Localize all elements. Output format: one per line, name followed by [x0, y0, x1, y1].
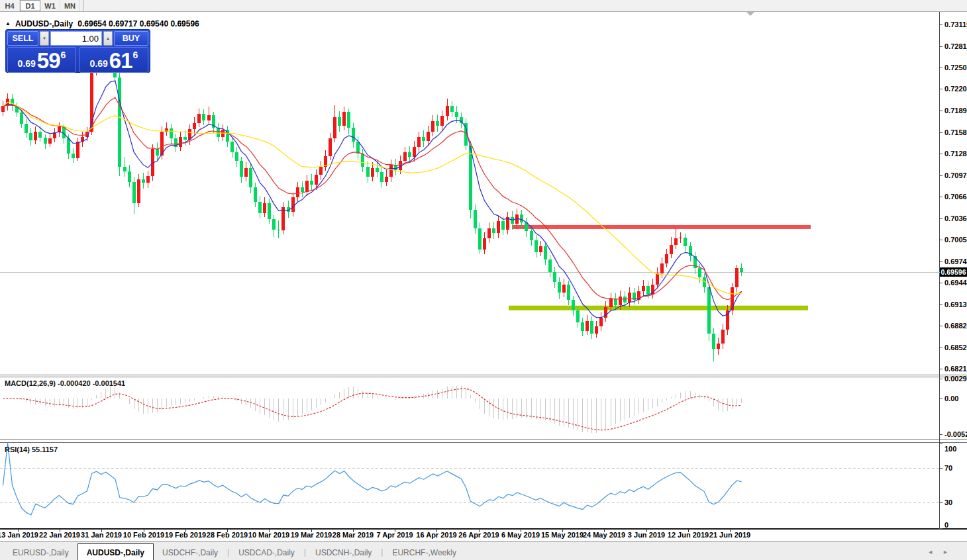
date-axis-label: 31 Jan 2019: [81, 531, 122, 539]
volume-increase-button[interactable]: ▲: [103, 31, 113, 46]
price-axis-label: 0.69440: [944, 279, 967, 287]
current-price-badge: 0.69596: [940, 267, 967, 277]
volume-input[interactable]: [51, 32, 101, 45]
buy-price-display[interactable]: 0.69 61 6: [79, 47, 148, 73]
date-axis-label: 28 Feb 2019: [207, 531, 248, 539]
price-axis-label: 0.70360: [944, 214, 967, 222]
rsi-axis-label: 30: [944, 498, 952, 506]
timeframe-button-w1[interactable]: W1: [40, 0, 60, 11]
sell-price-display[interactable]: 0.69 59 6: [7, 47, 76, 73]
tab-usdcad-daily[interactable]: USDCAD-,Daily: [230, 545, 303, 560]
panel-collapse-icon[interactable]: ▲: [5, 21, 11, 26]
date-axis-label: 10 Mar 2019: [248, 531, 289, 539]
chart-tab-bar: EURUSD-,DailyAUDUSD-,DailyUSDCHF-,Daily|…: [0, 541, 967, 560]
price-axis-label: 0.71585: [944, 128, 967, 136]
trading-platform-window: H4D1W1MN 0.731150.728100.725050.722000.7…: [0, 0, 967, 560]
rsi-axis-label: 70: [944, 464, 952, 472]
date-axis-label: 24 May 2019: [583, 531, 625, 539]
price-axis-label: 0.72810: [944, 42, 967, 50]
buy-price-big: 61: [109, 48, 132, 73]
volume-field-wrap: [50, 31, 102, 46]
chart-title: ▲ AUDUSD-,Daily 0.69654 0.69717 0.69540 …: [5, 19, 199, 28]
macd-axis-label: 0.00: [944, 395, 958, 402]
tab-eurchf-weekly[interactable]: EURCHF-,Weekly: [383, 545, 464, 560]
buy-button[interactable]: BUY: [114, 31, 148, 46]
chart-tabs: EURUSD-,DailyAUDUSD-,DailyUSDCHF-,Daily|…: [0, 543, 465, 560]
date-axis-label: 16 Apr 2019: [416, 531, 456, 539]
price-axis-label: 0.70665: [944, 193, 967, 201]
chart-canvas[interactable]: 0.731150.728100.725050.722000.718900.715…: [0, 0, 967, 560]
chart-symbol-label: AUDUSD-,Daily: [15, 19, 73, 28]
date-axis-label: 12 Jun 2019: [668, 531, 709, 539]
toolbar-divider: [83, 0, 83, 11]
timeframe-button-mn[interactable]: MN: [60, 0, 80, 11]
price-axis-label: 0.68210: [944, 365, 967, 373]
support-line[interactable]: [509, 306, 808, 310]
price-axis-label: 0.69745: [944, 257, 967, 265]
price-axis-label: 0.68520: [944, 344, 967, 351]
macd-axis-label: 0.002984: [944, 375, 967, 383]
macd-axis-label: -0.005256: [944, 430, 967, 438]
resistance-line[interactable]: [512, 225, 811, 229]
tab-eurusd-daily[interactable]: EURUSD-,Daily: [4, 545, 77, 560]
timeframe-button-h4[interactable]: H4: [0, 0, 20, 11]
timeframe-button-d1[interactable]: D1: [20, 0, 40, 11]
tabs-scroll-left-icon[interactable]: ◄: [927, 549, 933, 555]
price-axis-label: 0.71280: [944, 150, 967, 158]
macd-indicator-label: MACD(12,26,9) -0.000420 -0.001541: [5, 379, 125, 387]
tab-usdchf-daily[interactable]: USDCHF-,Daily: [154, 545, 227, 560]
price-axis-label: 0.73115: [944, 21, 967, 28]
price-axis-label: 0.68825: [944, 322, 967, 330]
chart-ohlc-values: 0.69654 0.69717 0.69540 0.69596: [77, 19, 199, 28]
price-axis-label: 0.70050: [944, 236, 967, 244]
date-axis-label: 28 Mar 2019: [332, 531, 374, 539]
date-axis-label: 13 Jan 2019: [0, 531, 38, 539]
price-axis-label: 0.71890: [944, 107, 967, 115]
date-axis-label: 10 Feb 2019: [123, 531, 164, 539]
date-axis-label: 21 Jun 2019: [709, 531, 750, 539]
date-axis-label: 15 May 2019: [541, 531, 584, 539]
volume-decrease-button[interactable]: ▼: [40, 31, 49, 46]
timeframe-buttons: H4D1W1MN: [0, 0, 80, 11]
chevron-down-icon: ▼: [42, 36, 46, 40]
sell-button[interactable]: SELL: [7, 31, 38, 46]
date-axis-label: 19 Mar 2019: [291, 531, 332, 539]
tabs-scroll-right-icon[interactable]: ►: [942, 549, 948, 555]
one-click-trading-panel: SELL ▼ ▲ BUY 0.69 59 6 0.69 61 6: [5, 29, 150, 73]
buy-price-pipette: 6: [133, 50, 138, 60]
rsi-axis-label: 0: [944, 521, 948, 529]
date-axis-label: 7 Apr 2019: [376, 531, 413, 539]
price-axis-label: 0.72200: [944, 85, 967, 93]
price-axis-label: 0.72505: [944, 64, 967, 71]
chevron-up-icon: ▲: [106, 36, 110, 40]
date-axis-label: 3 Jun 2019: [628, 531, 665, 539]
price-axis-label: 0.69130: [944, 301, 967, 308]
date-axis-label: 22 Jan 2019: [39, 531, 80, 539]
sell-price-prefix: 0.69: [18, 58, 36, 69]
timeframe-toolbar: H4D1W1MN: [0, 0, 967, 12]
date-axis-label: 19 Feb 2019: [165, 531, 206, 539]
sell-price-big: 59: [37, 48, 60, 73]
price-axis-label: 0.70970: [944, 171, 967, 179]
date-axis-label: 26 Apr 2019: [458, 531, 499, 539]
sell-price-pipette: 6: [61, 50, 66, 60]
tab-audusd-daily[interactable]: AUDUSD-,Daily: [77, 543, 154, 560]
rsi-axis-label: 100: [944, 445, 956, 453]
tab-usdcnh-daily[interactable]: USDCNH-,Daily: [307, 545, 380, 560]
rsi-indicator-label: RSI(14) 55.1157: [5, 445, 58, 453]
date-axis-label: 6 May 2019: [501, 531, 540, 539]
buy-price-prefix: 0.69: [90, 58, 108, 69]
